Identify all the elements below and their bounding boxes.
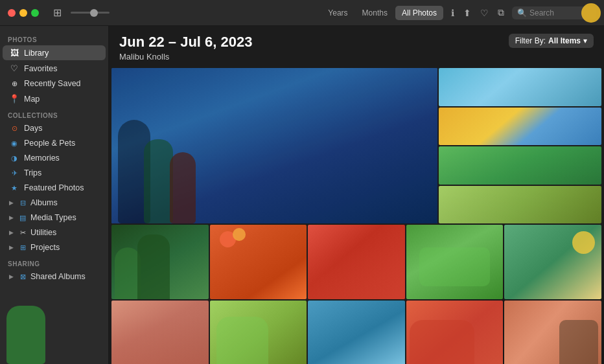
photo-cell[interactable] — [111, 301, 209, 364]
photo-cell[interactable] — [111, 225, 209, 299]
photo-cell[interactable] — [439, 108, 601, 146]
heart-icon-button[interactable]: ♡ — [478, 6, 491, 19]
filter-button[interactable]: Filter By: All Items ▾ — [509, 34, 594, 48]
sidebar-item-days[interactable]: ⊙ Days — [3, 121, 106, 135]
tab-years[interactable]: Years — [321, 6, 354, 20]
minimize-button[interactable] — [19, 9, 27, 17]
sharing-section-label: Sharing — [0, 255, 108, 269]
close-button[interactable] — [8, 9, 16, 17]
filter-chevron-icon: ▾ — [583, 36, 587, 45]
sidebar-item-recently-saved[interactable]: ⊕ Recently Saved — [3, 76, 106, 91]
photo-area: Jun 22 – Jul 6, 2023 Malibu Knolls Filte… — [109, 26, 604, 364]
sidebar-item-featured-photos[interactable]: ★ Featured Photos — [3, 181, 106, 195]
share-icon-button[interactable]: ⬆ — [461, 6, 474, 19]
sidebar-item-label: Favorites — [24, 64, 57, 73]
title-bar: ⊞ Years Months All Photos ℹ ⬆ ♡ ⧉ 🔍 — [0, 0, 604, 26]
photo-cell[interactable] — [504, 301, 601, 364]
fullscreen-button[interactable] — [31, 9, 39, 17]
trips-icon: ✈ — [9, 169, 19, 177]
tab-months[interactable]: Months — [356, 6, 394, 20]
sidebar-item-label: Days — [24, 124, 42, 133]
sidebar-item-map[interactable]: 📍 Map — [3, 91, 106, 106]
photos-section-label: Photos — [0, 31, 108, 45]
photo-cell[interactable] — [210, 301, 307, 364]
sidebar-item-media-types[interactable]: ▶ ▤ Media Types — [3, 210, 106, 225]
sidebar-item-trips[interactable]: ✈ Trips — [3, 166, 106, 180]
sidebar-item-library[interactable]: 🖼 Library — [3, 45, 106, 60]
tab-all-photos[interactable]: All Photos — [395, 6, 443, 20]
recently-saved-icon: ⊕ — [9, 80, 19, 88]
sidebar-item-label: Shared Albums — [30, 272, 86, 281]
sidebar-item-label: Media Types — [30, 213, 76, 222]
view-tabs: Years Months All Photos — [321, 6, 443, 20]
sidebar-item-label: Featured Photos — [24, 183, 84, 192]
toolbar-icons: ℹ ⬆ ♡ ⧉ — [448, 6, 507, 19]
utilities-icon: ✂ — [17, 229, 28, 237]
sidebar-item-label: Utilities — [30, 228, 56, 237]
filter-value: All Items — [548, 36, 581, 45]
sidebar-item-label: Albums — [30, 198, 58, 207]
shared-albums-icon: ⊠ — [17, 273, 28, 281]
photo-date: Jun 22 – Jul 6, 2023 — [119, 34, 252, 51]
library-icon: 🖼 — [9, 48, 19, 58]
main-content: Photos 🖼 Library ♡ Favorites ⊕ Recently … — [0, 26, 604, 364]
sidebar-item-albums[interactable]: ▶ ⊟ Albums — [3, 196, 106, 210]
sidebar-item-label: People & Pets — [24, 139, 75, 148]
photo-grid — [109, 67, 604, 364]
photo-cell-group — [439, 68, 601, 223]
chevron-right-icon: ▶ — [9, 244, 14, 251]
people-icon: ◉ — [9, 139, 19, 148]
photo-cell[interactable] — [504, 225, 601, 299]
photo-cell[interactable] — [406, 225, 504, 299]
sidebar-item-utilities[interactable]: ▶ ✂ Utilities — [3, 225, 106, 240]
collections-section-label: Collections — [0, 107, 108, 120]
photo-cell[interactable] — [210, 225, 307, 299]
chevron-right-icon: ▶ — [9, 199, 14, 206]
grid-row-1 — [111, 68, 601, 223]
sidebar-item-memories[interactable]: ◑ Memories — [3, 151, 106, 165]
photo-cell[interactable] — [406, 301, 504, 364]
sidebar-item-projects[interactable]: ▶ ⊞ Projects — [3, 240, 106, 255]
traffic-lights — [8, 9, 39, 17]
grid-icon-button[interactable]: ⊞ — [49, 4, 65, 21]
sidebar-item-favorites[interactable]: ♡ Favorites — [3, 61, 106, 76]
sidebar-item-label: Projects — [30, 243, 60, 252]
photo-cell[interactable] — [308, 301, 405, 364]
zoom-slider[interactable] — [71, 12, 110, 14]
memories-icon: ◑ — [9, 154, 19, 163]
featured-icon: ★ — [9, 184, 19, 192]
projects-icon: ⊞ — [17, 244, 28, 252]
sidebar-item-shared-albums[interactable]: ▶ ⊠ Shared Albums — [3, 269, 106, 284]
albums-icon: ⊟ — [17, 199, 28, 207]
media-types-icon: ▤ — [17, 214, 28, 222]
search-icon: 🔍 — [517, 8, 527, 17]
sidebar-item-label: Memories — [24, 154, 60, 163]
grid-row-2 — [111, 225, 601, 299]
sidebar-item-label: Recently Saved — [24, 79, 81, 88]
chevron-right-icon: ▶ — [9, 229, 14, 236]
sidebar-item-label: Map — [24, 95, 40, 104]
chevron-right-icon: ▶ — [9, 214, 14, 221]
days-icon: ⊙ — [9, 124, 19, 133]
photo-header: Jun 22 – Jul 6, 2023 Malibu Knolls Filte… — [109, 26, 604, 67]
favorites-icon: ♡ — [9, 63, 19, 73]
filter-label: Filter By: — [515, 36, 546, 45]
sidebar-item-label: Library — [24, 49, 49, 58]
sidebar-item-people-pets[interactable]: ◉ People & Pets — [3, 136, 106, 150]
photo-cell[interactable] — [308, 225, 405, 299]
map-icon: 📍 — [9, 94, 19, 104]
photo-location: Malibu Knolls — [119, 52, 252, 62]
photo-cell[interactable] — [111, 68, 437, 223]
info-icon-button[interactable]: ℹ — [448, 6, 457, 19]
photo-cell[interactable] — [439, 68, 601, 106]
sidebar-item-label: Trips — [24, 168, 41, 177]
grid-row-3 — [111, 301, 601, 364]
rotate-icon-button[interactable]: ⧉ — [495, 6, 507, 19]
chevron-right-icon: ▶ — [9, 273, 14, 280]
